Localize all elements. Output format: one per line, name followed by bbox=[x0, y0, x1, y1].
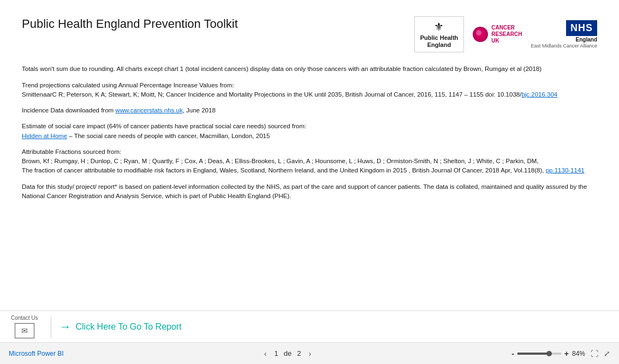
cruk-label: CANCER RESEARCH UK bbox=[491, 25, 522, 44]
logo-nhs: NHS England East Midlands Cancer Allianc… bbox=[531, 20, 597, 49]
para-data-study: Data for this study/ project/ report* is… bbox=[22, 182, 597, 201]
powerbi-link[interactable]: Microsoft Power BI bbox=[9, 350, 64, 357]
cruk-circle-icon bbox=[473, 27, 488, 42]
header-row: Public Health England Prevention Toolkit… bbox=[22, 16, 597, 52]
mail-icon[interactable]: ✉ bbox=[15, 323, 34, 338]
contact-us-section: Contact Us ✉ bbox=[11, 315, 38, 338]
zoom-handle bbox=[546, 351, 552, 356]
nhs-sub: England bbox=[576, 36, 597, 43]
content-area: Public Health England Prevention Toolkit… bbox=[0, 0, 619, 311]
logo-phe: ⚜ Public Health England bbox=[414, 16, 465, 52]
para-incidence: Incidence Data downloaded from www.cance… bbox=[22, 106, 597, 115]
bjc-link[interactable]: bjc.2016.304 bbox=[521, 91, 557, 98]
logos-area: ⚜ Public Health England CANCER RESEARCH … bbox=[414, 16, 597, 52]
click-here-button[interactable]: → Click Here To Go To Report bbox=[59, 320, 181, 334]
zoom-slider[interactable] bbox=[517, 353, 561, 355]
fullscreen-icon[interactable]: ⛶ bbox=[591, 349, 598, 358]
next-page-button[interactable]: › bbox=[306, 348, 313, 359]
contact-us-label: Contact Us bbox=[11, 315, 38, 321]
page-separator: de bbox=[284, 349, 291, 357]
main-container: Public Health England Prevention Toolkit… bbox=[0, 0, 619, 342]
para-trend: Trend projections calculated using Annua… bbox=[22, 81, 597, 100]
phe-text: Public Health England bbox=[420, 34, 459, 49]
expand-icon[interactable]: ⤢ bbox=[604, 349, 610, 358]
prev-page-button[interactable]: ‹ bbox=[262, 348, 269, 359]
para-rounding: Totals won't sum due to rounding. All ch… bbox=[22, 64, 597, 74]
footer-divider bbox=[51, 316, 51, 338]
pagination-area: ‹ 1 de 2 › bbox=[262, 348, 313, 359]
total-pages: 2 bbox=[297, 349, 301, 357]
zoom-slider-fill bbox=[517, 353, 547, 355]
zoom-minus-button[interactable]: - bbox=[511, 349, 514, 358]
para-attributable: Attributable Fractions sourced from: Bro… bbox=[22, 147, 597, 176]
cancerstats-link[interactable]: www.cancerstats.nhs.uk bbox=[115, 107, 182, 114]
current-page: 1 bbox=[274, 349, 278, 357]
footer-bar: Contact Us ✉ → Click Here To Go To Repor… bbox=[0, 311, 619, 342]
nhs-badge: NHS bbox=[566, 20, 597, 36]
arrow-right-icon: → bbox=[59, 320, 71, 334]
hidden-at-home-link[interactable]: Hidden at Home bbox=[22, 133, 67, 139]
page-title: Public Health England Prevention Toolkit bbox=[22, 16, 238, 32]
nhs-alliance: East Midlands Cancer Alliance bbox=[531, 43, 597, 49]
toolbar-icons: ⛶ ⤢ bbox=[591, 349, 610, 358]
zoom-percent-label: 84% bbox=[572, 350, 587, 357]
click-here-label: Click Here To Go To Report bbox=[75, 322, 181, 332]
cruk-icon: CANCER RESEARCH UK bbox=[473, 25, 522, 44]
zoom-area: - + 84% ⛶ ⤢ bbox=[511, 349, 610, 358]
logo-cruk: CANCER RESEARCH UK bbox=[469, 22, 525, 46]
phe-crest: ⚜ bbox=[434, 20, 444, 33]
zoom-plus-button[interactable]: + bbox=[564, 349, 569, 358]
pp-link[interactable]: pp.1130-1141 bbox=[546, 167, 585, 174]
powerbi-toolbar: Microsoft Power BI ‹ 1 de 2 › - + 84% ⛶ … bbox=[0, 342, 619, 364]
para-social-care: Estimate of social care impact (64% of c… bbox=[22, 122, 597, 141]
